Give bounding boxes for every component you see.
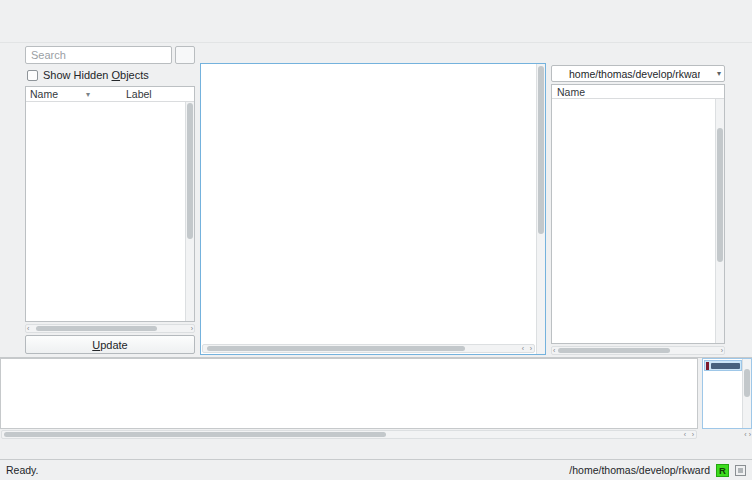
sort-chevron-icon: ▾ xyxy=(86,90,90,99)
status-message: Ready. xyxy=(6,464,39,476)
statusbar: Ready. /home/thomas/develop/rkward R xyxy=(0,459,752,480)
path-bar[interactable]: home/thomas/develop/rkward/rkward/ ▾ xyxy=(551,65,725,82)
menubar xyxy=(0,0,752,19)
left-dock-strip xyxy=(0,43,22,357)
workspace-panel: Show Hidden Objects Name ▾ Label ‹› Upda… xyxy=(22,43,198,357)
files-header-name[interactable]: Name xyxy=(557,86,585,98)
files-panel: home/thomas/develop/rkward/rkward/ ▾ Nam… xyxy=(548,43,728,357)
main-toolbar xyxy=(0,19,752,43)
tool-view-bar xyxy=(0,439,752,459)
workspace-tree: Name ▾ Label xyxy=(25,86,195,322)
workspace-tree-vscrollbar[interactable] xyxy=(185,102,194,321)
files-tree-vscrollbar[interactable] xyxy=(715,99,724,343)
folder-icon xyxy=(555,68,566,79)
editor-pane: ‹› xyxy=(198,43,548,357)
console-side-hscroll-arrows[interactable]: ‹› xyxy=(701,431,751,438)
side-item-icon xyxy=(706,362,709,370)
data-editor: ‹› xyxy=(200,63,546,355)
console-side-panel xyxy=(702,358,752,429)
stop-engine-icon[interactable] xyxy=(735,465,746,476)
workspace-tree-hscrollbar[interactable]: ‹› xyxy=(25,324,195,333)
workspace-tree-header[interactable]: Name ▾ Label xyxy=(26,87,194,102)
r-engine-status-badge: R xyxy=(716,464,729,477)
data-editor-vscrollbar[interactable] xyxy=(536,64,545,354)
path-dropdown-icon[interactable]: ▾ xyxy=(717,69,721,78)
editor-tabbar xyxy=(198,43,548,63)
files-tree-header[interactable]: Name xyxy=(552,85,724,99)
show-hidden-checkbox[interactable] xyxy=(27,70,38,81)
tree-header-label[interactable]: Label xyxy=(126,88,152,100)
filter-button[interactable] xyxy=(175,46,195,64)
files-tree: Name xyxy=(551,84,725,344)
rkward-window: Show Hidden Objects Name ▾ Label ‹› Upda… xyxy=(0,0,752,480)
console-side-item[interactable] xyxy=(704,360,742,371)
console-hscrollbar[interactable]: ‹› xyxy=(1,430,697,439)
data-editor-hscrollbar[interactable]: ‹› xyxy=(202,344,535,353)
right-dock-strip xyxy=(728,43,752,357)
console-side-vscrollbar[interactable] xyxy=(742,359,751,428)
console-area: ‹› ‹› xyxy=(0,357,752,439)
main-area: Show Hidden Objects Name ▾ Label ‹› Upda… xyxy=(0,43,752,357)
files-toolbar xyxy=(551,45,725,63)
search-input[interactable] xyxy=(25,46,172,64)
update-button[interactable]: Update xyxy=(25,335,195,354)
path-text[interactable]: home/thomas/develop/rkward/rkward/ xyxy=(569,68,700,80)
tree-header-name[interactable]: Name xyxy=(30,88,58,100)
show-hidden-label: Show Hidden Objects xyxy=(43,69,149,81)
working-directory: /home/thomas/develop/rkward xyxy=(569,464,710,476)
r-console[interactable] xyxy=(0,358,698,429)
files-tree-hscrollbar[interactable]: ‹› xyxy=(551,346,725,355)
clear-path-icon[interactable] xyxy=(703,68,714,79)
